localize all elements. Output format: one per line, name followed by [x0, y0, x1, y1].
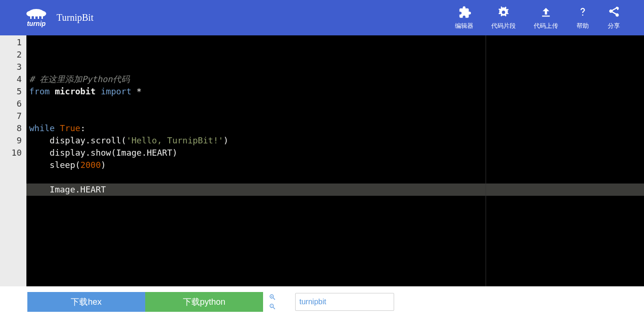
token-str: 'Hello, TurnipBit!': [126, 135, 223, 145]
print-margin: [486, 35, 486, 286]
code-line[interactable]: while True:: [26, 122, 644, 134]
svg-rect-6: [41, 16, 43, 19]
svg-text:turnip: turnip: [27, 20, 46, 27]
svg-point-1: [26, 11, 35, 17]
nav-label: 代码片段: [491, 22, 516, 30]
gears-icon: [497, 6, 510, 19]
code-line[interactable]: [26, 98, 644, 110]
code-editor[interactable]: 12345678910 # 在这里添加Python代码from microbit…: [0, 35, 644, 286]
code-line[interactable]: # 在这里添加Python代码: [26, 73, 644, 85]
zoom-in-icon[interactable]: [269, 293, 276, 301]
code-area[interactable]: # 在这里添加Python代码from microbit import *whi…: [26, 35, 644, 286]
token-plain: :: [80, 123, 85, 133]
line-number: 7: [0, 110, 22, 122]
token-kw: while: [29, 123, 60, 133]
code-line[interactable]: display.show(Image.HEART): [26, 147, 644, 159]
filename-box[interactable]: [295, 293, 394, 311]
svg-rect-3: [30, 16, 32, 19]
token-kw: import: [96, 86, 137, 96]
token-id: microbit: [55, 86, 96, 96]
nav-label: 代码上传: [534, 22, 558, 30]
token-plain: ): [101, 160, 106, 170]
token-bool: True: [60, 123, 80, 133]
download-python-button[interactable]: 下载python: [145, 292, 263, 312]
nav-label: 编辑器: [455, 22, 473, 30]
line-number: 10: [0, 147, 22, 159]
code-line[interactable]: display.scroll('Hello, TurnipBit!'): [26, 134, 644, 147]
nav-snippets[interactable]: 代码片段: [491, 6, 516, 30]
line-number: 6: [0, 98, 22, 110]
brand-name: TurnipBit: [57, 12, 93, 23]
puzzle-icon: [458, 6, 471, 19]
zoom-out-icon[interactable]: [269, 303, 276, 310]
nav-label: 分享: [608, 22, 620, 30]
token-plain: ): [223, 135, 229, 145]
nav-help[interactable]: 帮助: [576, 6, 589, 30]
upload-icon: [539, 6, 553, 19]
line-number: 2: [0, 49, 22, 61]
line-number: 8: [0, 122, 22, 134]
nav-editor[interactable]: 编辑器: [455, 6, 473, 30]
token-plain: display.show(Image.HEART): [29, 148, 177, 158]
token-comment: # 在这里添加Python代码: [29, 74, 130, 84]
zoom-controls: [269, 293, 276, 310]
filename-input[interactable]: [299, 298, 394, 306]
code-line[interactable]: [26, 110, 644, 122]
logo-area: turnip TurnipBit: [24, 7, 93, 28]
token-op: *: [137, 86, 142, 96]
nav: 编辑器 代码片段 代码上传 帮助 分享: [455, 6, 635, 30]
line-number: 4: [0, 73, 22, 85]
logo-icon: turnip: [24, 7, 50, 28]
token-kw: from: [29, 86, 55, 96]
question-icon: [576, 6, 589, 19]
download-hex-button[interactable]: 下载hex: [27, 292, 145, 312]
token-plain: display.scroll(: [29, 135, 126, 145]
line-number: 9: [0, 134, 22, 147]
nav-label: 帮助: [577, 22, 589, 30]
share-icon: [607, 6, 620, 19]
footer: 下载hex 下载python: [0, 286, 644, 317]
token-num: 2000: [80, 160, 100, 170]
svg-rect-5: [38, 16, 39, 19]
code-line[interactable]: sleep(2000): [26, 159, 644, 171]
line-number: 5: [0, 85, 22, 98]
token-plain: Image.HEART: [29, 184, 106, 194]
line-number: 3: [0, 61, 22, 73]
line-gutter: 12345678910: [0, 35, 26, 286]
code-line[interactable]: Image.HEART: [26, 184, 644, 196]
line-number: 1: [0, 36, 22, 49]
nav-upload[interactable]: 代码上传: [534, 6, 558, 30]
token-plain: sleep(: [29, 160, 80, 170]
code-line[interactable]: from microbit import *: [26, 85, 644, 98]
nav-share[interactable]: 分享: [607, 6, 620, 30]
svg-point-2: [38, 11, 46, 17]
svg-rect-4: [34, 16, 35, 19]
header: turnip TurnipBit 编辑器 代码片段 代码上传 帮助 分享: [0, 0, 644, 35]
code-line[interactable]: [26, 171, 644, 184]
